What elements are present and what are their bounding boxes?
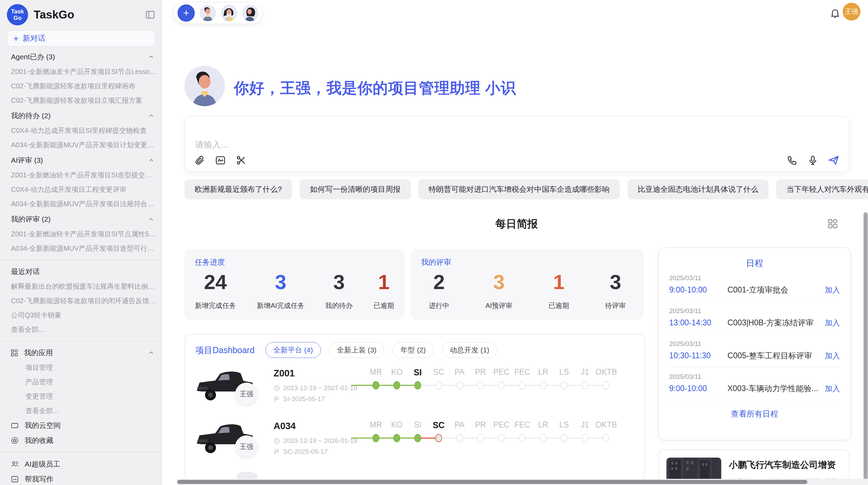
event-title: C003|H0B-方案冻结评审 — [727, 318, 825, 328]
chat-input-card[interactable]: 请输入... — [184, 116, 849, 172]
conversation-item[interactable]: Z001-全新燃油皮卡产品开发项目SI节点Lesson Learn报告 — [0, 64, 162, 79]
collapse-sidebar-icon[interactable] — [145, 10, 155, 20]
milestone-dot — [415, 434, 421, 442]
agent-avatar-1[interactable] — [200, 5, 216, 21]
suggestion-chip[interactable]: 欧洲新规最近颁布了什么? — [184, 179, 292, 199]
chevron-up-icon[interactable] — [148, 53, 155, 60]
schedule-event[interactable]: 2025/03/11 9:00-10:00 C001-立项审批会 加入 — [669, 269, 840, 302]
suggestion-chip[interactable]: 特朗普可能对进口汽车增税会对中国车企造成哪些影响 — [418, 179, 620, 199]
conversation-item[interactable]: Z001-全新燃油轻卡产品开发项目SI节点属性5D文件评审 — [0, 227, 162, 241]
milestone-dot — [394, 382, 400, 389]
app-item-project-mgmt[interactable]: 项目管理 — [0, 360, 162, 375]
project-row[interactable]: 王强 Z001 2023-12-19 ~ 2027-01-19 SI-2025-… — [185, 358, 644, 411]
stats-row: 2 进行中 3 AI预评审 1 已逾期 3 待评审 — [411, 271, 644, 310]
attachment-icon[interactable] — [194, 155, 205, 166]
section-label: 我的应用 — [24, 348, 53, 358]
join-link[interactable]: 加入 — [825, 285, 840, 295]
join-link[interactable]: 加入 — [825, 351, 840, 361]
conversation-item[interactable]: C0X4-动力总成开发项目SI里程碑提交物检查 — [0, 123, 162, 138]
conversation-item[interactable]: C0X4-动力总成开发项目工程变更评审 — [0, 182, 162, 197]
scissors-icon[interactable] — [236, 155, 246, 166]
conversation-item[interactable]: A034-全新新能源MUV产品开发项目计划变更表编写 — [0, 138, 162, 152]
suggestion-chip[interactable]: 比亚迪全固态电池计划具体说了什么 — [627, 179, 769, 199]
section-my-apps[interactable]: 我的应用 — [0, 345, 162, 360]
app-item-change-mgmt[interactable]: 变更管理 — [0, 389, 162, 403]
milestone-label: SI — [407, 420, 428, 430]
add-agent-button[interactable]: + — [178, 4, 195, 22]
conversation-item[interactable]: C02-飞腾新能源轻客改款项目立项汇报方案 — [0, 93, 162, 108]
apps-view-all[interactable]: 查看全部... — [0, 403, 162, 418]
recent-item[interactable]: C02-飞腾新能源轻客改款项目的闭环通告反馈情况 — [0, 294, 162, 308]
notification-bell-icon[interactable] — [830, 8, 841, 18]
user-avatar[interactable]: 王强 — [843, 3, 860, 21]
sidebar-item-help-write[interactable]: 帮我写作 — [0, 472, 162, 485]
new-chat-button[interactable]: + 新对话 — [7, 30, 155, 47]
view-all-schedule-link[interactable]: 查看所有日程 — [659, 409, 850, 419]
section-agent-done[interactable]: Agent已办 (3) — [0, 49, 162, 64]
join-link[interactable]: 加入 — [825, 318, 840, 328]
schedule-event[interactable]: 2025/03/11 10:30-11:30 C005-整车工程目标评审 加入 — [669, 335, 840, 368]
schedule-event[interactable]: 2025/03/11 13:00-14:30 C003|H0B-方案冻结评审 加… — [669, 302, 840, 335]
people-icon — [10, 460, 19, 468]
section-ai-review[interactable]: AI评审 (3) — [0, 153, 162, 168]
image-icon[interactable] — [215, 155, 226, 166]
vertical-scrollbar-thumb[interactable] — [864, 212, 868, 483]
horizontal-scrollbar[interactable] — [177, 479, 868, 485]
agent-avatar-3[interactable] — [242, 5, 258, 21]
flag-icon — [274, 396, 280, 402]
schedule-event[interactable]: 2025/03/11 9:00-10:00 X003-车辆动力学性能验... 加… — [669, 368, 840, 400]
recent-view-all[interactable]: 查看全部... — [0, 322, 162, 337]
milestone-dot — [519, 382, 526, 389]
chevron-up-icon[interactable] — [148, 216, 155, 223]
schedule-panel: 日程 2025/03/11 9:00-10:00 C001-立项审批会 加入 2… — [658, 247, 851, 440]
ai-super-staff-label: AI超级员工 — [25, 459, 60, 469]
stat-value: 3 — [333, 271, 345, 294]
milestone-dot — [478, 434, 484, 442]
project-flag-text: SC-2025-05-17 — [283, 448, 328, 456]
conversation-item[interactable]: Z001-全新燃油轻卡产品开发项目SI造型提交物评审 — [0, 168, 162, 182]
tab-all-new-platform[interactable]: 全新平台 (4) — [265, 342, 321, 358]
milestone-dot — [373, 382, 379, 389]
chevron-up-icon[interactable] — [148, 112, 155, 119]
recent-item[interactable]: 解释最新出台的欧盟报废车法规再生塑料比例被调至15%... — [0, 279, 162, 294]
send-icon[interactable] — [828, 154, 840, 166]
suggestion-chip[interactable]: 当下年轻人对汽车外观有怎样的喜好趋势 — [776, 179, 868, 199]
conversation-item[interactable]: A034-全新新能源MUV产品开发项目造型可行性评审 — [0, 241, 162, 256]
milestone-dot — [582, 434, 588, 442]
agent-avatar-2[interactable] — [221, 5, 237, 21]
chevron-up-icon[interactable] — [148, 349, 155, 356]
chevron-up-icon[interactable] — [148, 157, 155, 164]
conversation-item[interactable]: A034-全新新能源MUV产品开发项目法规符合性评审 — [0, 197, 162, 211]
chat-input-placeholder[interactable]: 请输入... — [185, 116, 849, 150]
section-my-todo[interactable]: 我的待办 (2) — [0, 108, 162, 123]
microphone-icon[interactable] — [807, 155, 818, 166]
horizontal-scrollbar-thumb[interactable] — [177, 480, 807, 484]
sidebar-item-favorites[interactable]: 我的收藏 — [0, 433, 162, 448]
tab-powertrain-dev[interactable]: 动总开发 (1) — [442, 342, 497, 358]
milestone-label: OKTB — [595, 420, 616, 430]
sidebar-item-cloud-space[interactable]: 我的云空间 — [0, 418, 162, 433]
sidebar-item-ai-super-staff[interactable]: AI超级员工 — [0, 457, 162, 472]
tab-year-model[interactable]: 年型 (2) — [393, 342, 434, 358]
apps-grid-icon — [10, 349, 19, 357]
section-my-review[interactable]: 我的评审 (2) — [0, 212, 162, 227]
milestone-label: FEC — [512, 420, 533, 430]
phone-icon[interactable] — [787, 155, 798, 166]
project-flag-text: SI-2025-05-17 — [283, 395, 325, 403]
milestone-dot — [373, 434, 379, 442]
milestone-label: MR — [365, 368, 386, 377]
recent-item[interactable]: 公司Q3轻卡销量 — [0, 308, 162, 322]
briefing-layout-icon[interactable] — [827, 218, 839, 229]
project-row[interactable]: 王强 A034 2023-12-19 ~ 2026-01-19 SC-2025-… — [185, 411, 644, 463]
milestone-dot — [540, 382, 546, 389]
milestone-dot — [582, 382, 588, 389]
section-recent: 最近对话 — [0, 264, 162, 279]
suggestion-chip[interactable]: 如何写一份清晰的项目周报 — [300, 179, 411, 199]
stat-label: 已逾期 — [548, 301, 569, 310]
tab-all-new-body[interactable]: 全新上装 (3) — [329, 342, 385, 358]
milestone-label: PR — [470, 368, 491, 377]
app-item-product-mgmt[interactable]: 产品管理 — [0, 375, 162, 389]
join-link[interactable]: 加入 — [825, 384, 840, 394]
conversation-item[interactable]: C02-飞腾新能源轻客改款项目里程碑画布 — [0, 79, 162, 93]
section-label: 我的待办 (2) — [11, 111, 51, 121]
